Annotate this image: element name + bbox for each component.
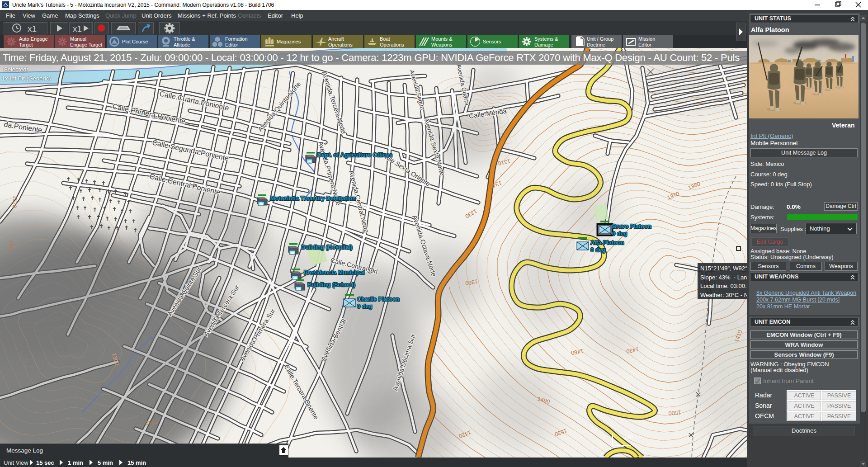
svg-text:Building (School): Building (School)	[307, 281, 355, 288]
svg-text:0 deg: 0 deg	[357, 303, 372, 310]
svg-text:1500: 1500	[668, 409, 681, 416]
svg-text:Dept. of Agriculture Offices: Dept. of Agriculture Offices	[317, 151, 392, 158]
svg-text:x1: x1	[73, 24, 82, 33]
svg-text:Charlie Platoon: Charlie Platoon	[357, 296, 400, 302]
svg-text:0 deg: 0 deg	[612, 230, 627, 237]
svg-text:0 deg: 0 deg	[590, 246, 605, 253]
svg-text:Alfa Platoon: Alfa Platoon	[590, 239, 624, 246]
svg-text:Bravo Platoon: Bravo Platoon	[612, 223, 651, 230]
svg-text:x1: x1	[28, 24, 37, 33]
svg-text:Building (Hospital): Building (Hospital)	[301, 244, 353, 250]
svg-text:Motozintla Treasury Delegation: Motozintla Treasury Delegation	[270, 195, 356, 202]
svg-text:1340: 1340	[8, 240, 15, 253]
svg-text:1320: 1320	[11, 195, 19, 208]
svg-text:110: 110	[624, 433, 633, 440]
svg-text:Presidencia Municipal: Presidencia Municipal	[304, 269, 364, 276]
